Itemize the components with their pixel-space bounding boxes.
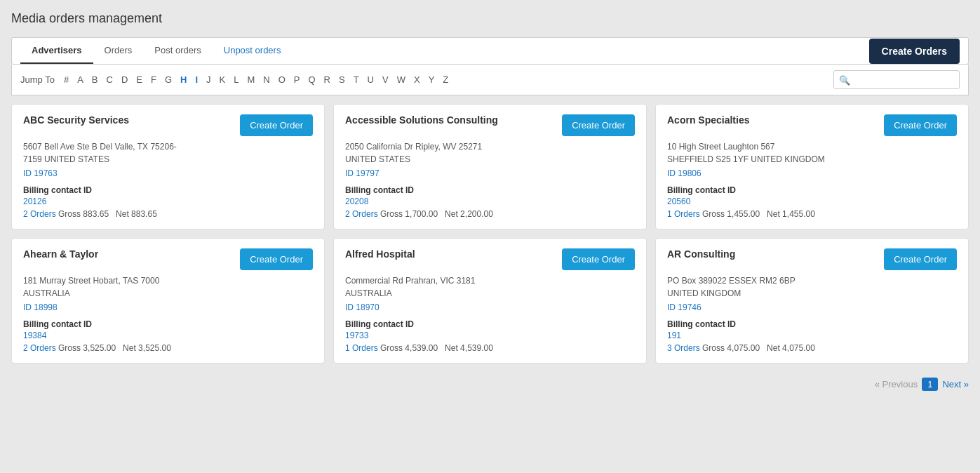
jump-letter-a[interactable]: A (75, 73, 86, 86)
jump-to-bar: Jump To # A B C D E F G H I J K L M N O … (11, 65, 969, 95)
orders-info: 3 Orders Gross 4,075.00 Net 4,075.00 (667, 343, 957, 353)
orders-count-link-0[interactable]: 2 Orders (23, 209, 56, 219)
jump-letter-q[interactable]: Q (306, 73, 317, 86)
orders-info: 2 Orders Gross 883.65 Net 883.65 (23, 209, 313, 219)
search-icon: 🔍 (839, 74, 850, 85)
card-header: ABC Security Services Create Order (23, 114, 313, 136)
create-order-button-4[interactable]: Create Order (562, 248, 635, 270)
orders-count-link-3[interactable]: 2 Orders (23, 343, 56, 353)
create-order-button-3[interactable]: Create Order (240, 248, 313, 270)
orders-info: 1 Orders Gross 1,455.00 Net 1,455.00 (667, 209, 957, 219)
orders-info: 2 Orders Gross 1,700.00 Net 2,200.00 (345, 209, 635, 219)
jump-letter-d[interactable]: D (119, 73, 130, 86)
jump-letter-p[interactable]: P (292, 73, 302, 86)
page-wrapper: Media orders management Advertisers Orde… (0, 0, 980, 473)
jump-letter-s[interactable]: S (337, 73, 347, 86)
jump-letter-m[interactable]: M (245, 73, 257, 86)
card-address: 2050 California Dr Ripley, WV 25271 UNIT… (345, 140, 635, 166)
orders-count-link-5[interactable]: 3 Orders (667, 343, 700, 353)
jump-to-label: Jump To (20, 74, 55, 85)
billing-id-link-5[interactable]: 191 (667, 331, 957, 340)
jump-letter-x[interactable]: X (412, 73, 422, 86)
search-wrap: 🔍 (833, 70, 960, 89)
billing-id-link-4[interactable]: 19733 (345, 331, 635, 340)
jump-letter-hash[interactable]: # (62, 73, 71, 86)
jump-letter-n[interactable]: N (261, 73, 271, 86)
card-address: 10 High Street Laughton 567 SHEFFIELD S2… (667, 140, 957, 166)
orders-count-link-1[interactable]: 2 Orders (345, 209, 378, 219)
gross-label-4: Gross 4,539.00 (380, 343, 438, 353)
billing-label: Billing contact ID (23, 319, 313, 329)
jump-letter-j[interactable]: J (204, 73, 213, 86)
advertiser-name: Alfred Hospital (345, 248, 555, 260)
card-advertiser-id: ID 19746 (667, 302, 957, 312)
card-header: Ahearn & Taylor Create Order (23, 248, 313, 270)
jump-letter-t[interactable]: T (351, 73, 361, 86)
current-page[interactable]: 1 (922, 378, 938, 391)
jump-letter-r[interactable]: R (322, 73, 333, 86)
jump-letter-c[interactable]: C (104, 73, 114, 86)
advertiser-name: ABC Security Services (23, 114, 233, 126)
card-header: Alfred Hospital Create Order (345, 248, 635, 270)
create-orders-button[interactable]: Create Orders (869, 39, 960, 64)
card-ahearn-taylor: Ahearn & Taylor Create Order 181 Murray … (11, 238, 325, 364)
jump-letter-k[interactable]: K (217, 73, 228, 86)
jump-letter-w[interactable]: W (395, 73, 408, 86)
billing-id-link-3[interactable]: 19384 (23, 331, 313, 340)
jump-letter-h[interactable]: H (178, 73, 189, 86)
tab-unpost-orders[interactable]: Unpost orders (213, 38, 293, 64)
create-order-button-2[interactable]: Create Order (884, 114, 957, 136)
net-label-3: Net 3,525.00 (123, 343, 171, 353)
jump-letter-y[interactable]: Y (427, 73, 437, 86)
billing-label: Billing contact ID (345, 185, 635, 195)
create-order-button-1[interactable]: Create Order (562, 114, 635, 136)
card-accessible-solutions: Accessible Solutions Consulting Create O… (333, 104, 647, 229)
billing-id-link-2[interactable]: 20560 (667, 196, 957, 206)
create-order-button-0[interactable]: Create Order (240, 114, 313, 136)
card-advertiser-id: ID 19763 (23, 168, 313, 178)
jump-letter-u[interactable]: U (365, 73, 376, 86)
card-address: 5607 Bell Ave Ste B Del Valle, TX 75206-… (23, 140, 313, 166)
net-label-5: Net 4,075.00 (767, 343, 815, 353)
orders-info: 2 Orders Gross 3,525.00 Net 3,525.00 (23, 343, 313, 353)
card-advertiser-id: ID 19797 (345, 168, 635, 178)
jump-letter-b[interactable]: B (90, 73, 100, 86)
billing-id-link-1[interactable]: 20208 (345, 196, 635, 206)
jump-letter-o[interactable]: O (276, 73, 288, 86)
tab-post-orders[interactable]: Post orders (143, 38, 212, 64)
cards-grid: ABC Security Services Create Order 5607 … (11, 104, 969, 364)
jump-letter-f[interactable]: F (149, 73, 159, 86)
jump-letter-g[interactable]: G (163, 73, 174, 86)
billing-id-link-0[interactable]: 20126 (23, 196, 313, 206)
billing-label: Billing contact ID (345, 319, 635, 329)
card-header: Acorn Specialties Create Order (667, 114, 957, 136)
advertiser-name: Acorn Specialties (667, 114, 877, 126)
jump-letter-v[interactable]: V (380, 73, 391, 86)
jump-letter-e[interactable]: E (134, 73, 145, 86)
net-label-4: Net 4,539.00 (445, 343, 493, 353)
card-alfred-hospital: Alfred Hospital Create Order Commercial … (333, 238, 647, 364)
tabs: Advertisers Orders Post orders Unpost or… (20, 38, 292, 64)
gross-label-3: Gross 3,525.00 (58, 343, 116, 353)
create-order-button-5[interactable]: Create Order (884, 248, 957, 270)
jump-letter-i[interactable]: I (193, 73, 200, 86)
tab-orders[interactable]: Orders (93, 38, 144, 64)
card-header: Accessible Solutions Consulting Create O… (345, 114, 635, 136)
orders-count-link-4[interactable]: 1 Orders (345, 343, 378, 353)
gross-label-5: Gross 4,075.00 (702, 343, 760, 353)
search-input[interactable] (833, 70, 960, 89)
jump-letter-l[interactable]: L (231, 73, 241, 86)
card-advertiser-id: ID 19806 (667, 168, 957, 178)
card-ar-consulting: AR Consulting Create Order PO Box 389022… (655, 238, 969, 364)
gross-label-0: Gross 883.65 (58, 209, 109, 219)
card-address: Commercial Rd Prahran, VIC 3181 AUSTRALI… (345, 274, 635, 300)
orders-count-link-2[interactable]: 1 Orders (667, 209, 700, 219)
gross-label-2: Gross 1,455.00 (702, 209, 760, 219)
jump-letter-z[interactable]: Z (441, 73, 450, 86)
net-label-1: Net 2,200.00 (445, 209, 493, 219)
card-advertiser-id: ID 18998 (23, 302, 313, 312)
net-label-0: Net 883.65 (116, 209, 157, 219)
next-button[interactable]: Next » (942, 379, 969, 389)
advertiser-name: AR Consulting (667, 248, 877, 260)
tab-advertisers[interactable]: Advertisers (20, 38, 93, 64)
